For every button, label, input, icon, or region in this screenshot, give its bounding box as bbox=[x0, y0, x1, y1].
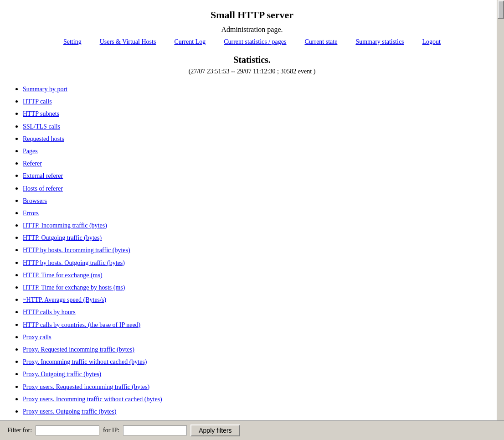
link-browsers[interactable]: Browsers bbox=[23, 197, 47, 204]
nav-users-virtual-hosts[interactable]: Users & Virtual Hosts bbox=[100, 38, 156, 46]
link-http-outgoing-traffic[interactable]: HTTP. Outgoing traffic (bytes) bbox=[23, 234, 102, 241]
nav-summary-statistics[interactable]: Summary statistics bbox=[355, 38, 404, 46]
filter-bar: Filter for: for IP: Apply filters bbox=[0, 420, 504, 440]
list-item: External referer bbox=[23, 169, 495, 181]
list-item: ~HTTP. Average speed (Bytes/s) bbox=[23, 293, 495, 305]
link-proxy-incomming-without-cached[interactable]: Proxy. Incomming traffic without cached … bbox=[23, 358, 147, 365]
for-ip-label: for IP: bbox=[103, 427, 119, 434]
list-item: HTTP by hosts. Outgoing traffic (bytes) bbox=[23, 256, 495, 269]
link-http-by-hosts-incomming[interactable]: HTTP by hosts. Incomming traffic (bytes) bbox=[23, 247, 130, 254]
link-http-time-exchange[interactable]: HTTP. Time for exchange (ms) bbox=[23, 272, 103, 279]
list-item: Requested hosts bbox=[23, 132, 495, 145]
stats-link-list: Summary by port HTTP calls HTTP subnets … bbox=[9, 83, 495, 440]
list-item: Proxy calls bbox=[23, 331, 495, 343]
link-http-by-hosts-outgoing[interactable]: HTTP by hosts. Outgoing traffic (bytes) bbox=[23, 259, 125, 266]
link-proxy-users-outgoing[interactable]: Proxy users. Outgoing traffic (bytes) bbox=[23, 408, 116, 415]
list-item: HTTP. Time for exchange by hosts (ms) bbox=[23, 281, 495, 293]
list-item: Pages bbox=[23, 145, 495, 157]
admin-label: Administration page. bbox=[9, 26, 495, 34]
nav-setting[interactable]: Setting bbox=[63, 38, 82, 46]
stats-range: (27/07 23:51:53 -- 29/07 11:12:30 ; 3058… bbox=[9, 68, 495, 75]
link-external-referer[interactable]: External referer bbox=[23, 172, 63, 179]
link-http-subnets[interactable]: HTTP subnets bbox=[23, 110, 59, 117]
link-proxy-users-requested-incomming[interactable]: Proxy users. Requested incomming traffic… bbox=[23, 383, 149, 390]
link-requested-hosts[interactable]: Requested hosts bbox=[23, 135, 64, 142]
list-item: Errors bbox=[23, 207, 495, 219]
link-proxy-users-incomming-without-cached[interactable]: Proxy users. Incomming traffic without c… bbox=[23, 396, 162, 403]
nav-logout[interactable]: Logout bbox=[422, 38, 441, 46]
list-item: HTTP calls by countries. (the base of IP… bbox=[23, 318, 495, 331]
link-errors[interactable]: Errors bbox=[23, 210, 39, 217]
link-http-calls[interactable]: HTTP calls bbox=[23, 98, 52, 105]
list-item: HTTP by hosts. Incomming traffic (bytes) bbox=[23, 243, 495, 256]
list-item: HTTP. Time for exchange (ms) bbox=[23, 269, 495, 281]
list-item: Proxy. Outgoing traffic (bytes) bbox=[23, 368, 495, 380]
for-ip-input[interactable] bbox=[123, 425, 187, 435]
link-hosts-of-referer[interactable]: Hosts of referer bbox=[23, 185, 63, 192]
list-item: Referer bbox=[23, 157, 495, 169]
nav-current-statistics[interactable]: Current statistics / pages bbox=[224, 38, 286, 46]
link-http-time-exchange-hosts[interactable]: HTTP. Time for exchange by hosts (ms) bbox=[23, 284, 125, 291]
filter-for-input[interactable] bbox=[36, 425, 99, 435]
nav-current-log[interactable]: Current Log bbox=[174, 38, 206, 46]
link-pages[interactable]: Pages bbox=[23, 148, 38, 155]
link-http-calls-hours[interactable]: HTTP calls by hours bbox=[23, 309, 76, 316]
list-item: Summary by port bbox=[23, 83, 495, 95]
link-proxy-requested-incomming[interactable]: Proxy. Requested incomming traffic (byte… bbox=[23, 346, 134, 353]
link-summary-by-port[interactable]: Summary by port bbox=[23, 86, 67, 93]
list-item: Proxy. Incomming traffic without cached … bbox=[23, 355, 495, 368]
list-item: HTTP. Outgoing traffic (bytes) bbox=[23, 231, 495, 243]
filter-for-label: Filter for: bbox=[7, 427, 32, 434]
link-http-incomming-traffic[interactable]: HTTP. Incomming traffic (bytes) bbox=[23, 222, 107, 229]
list-item: Hosts of referer bbox=[23, 182, 495, 194]
list-item: HTTP subnets bbox=[23, 107, 495, 119]
list-item: HTTP. Incomming traffic (bytes) bbox=[23, 219, 495, 231]
link-http-calls-countries[interactable]: HTTP calls by countries. (the base of IP… bbox=[23, 321, 140, 328]
list-item: Proxy users. Requested incomming traffic… bbox=[23, 380, 495, 393]
list-item: Proxy users. Outgoing traffic (bytes) bbox=[23, 405, 495, 417]
site-title: Small HTTP server bbox=[9, 9, 495, 21]
apply-filters-button[interactable]: Apply filters bbox=[190, 424, 240, 436]
link-proxy-outgoing[interactable]: Proxy. Outgoing traffic (bytes) bbox=[23, 371, 101, 378]
list-item: HTTP calls by hours bbox=[23, 305, 495, 318]
link-http-average-speed[interactable]: ~HTTP. Average speed (Bytes/s) bbox=[23, 296, 106, 303]
link-ssl-tls-calls[interactable]: SSL/TLS calls bbox=[23, 123, 60, 130]
link-referer[interactable]: Referer bbox=[23, 160, 42, 167]
list-item: Proxy. Requested incomming traffic (byte… bbox=[23, 343, 495, 355]
link-proxy-calls[interactable]: Proxy calls bbox=[23, 334, 51, 341]
list-item: Proxy users. Incomming traffic without c… bbox=[23, 393, 495, 405]
list-item: Browsers bbox=[23, 194, 495, 207]
list-item: HTTP calls bbox=[23, 95, 495, 107]
stats-title: Statistics. bbox=[9, 55, 495, 65]
top-nav: Setting Users & Virtual Hosts Current Lo… bbox=[9, 38, 495, 46]
list-item: SSL/TLS calls bbox=[23, 120, 495, 132]
nav-current-state[interactable]: Current state bbox=[304, 38, 337, 46]
